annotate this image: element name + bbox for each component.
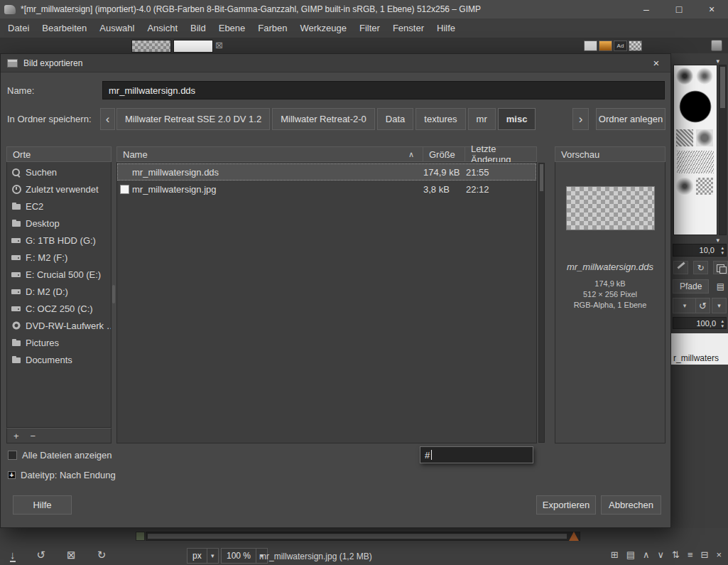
duplicate-brush-icon[interactable] — [713, 261, 728, 274]
filename-input[interactable] — [102, 81, 665, 99]
delete-item-icon[interactable]: × — [716, 549, 722, 560]
spin-up-icon[interactable]: ▴ — [721, 318, 724, 323]
place-item-ec2[interactable]: EC2 — [7, 198, 111, 215]
brush-spacing-spinner[interactable]: 10,0 ▴ ▾ — [673, 244, 727, 257]
menu-ebene[interactable]: Ebene — [212, 19, 252, 37]
brush-thumbnail[interactable] — [696, 129, 713, 146]
quick-mask-toggle-icon[interactable] — [136, 532, 145, 541]
new-item-icon[interactable]: ⊞ — [611, 549, 619, 560]
menu-bild[interactable]: Bild — [184, 19, 212, 37]
place-item-recent[interactable]: Zuletzt verwendet — [7, 181, 111, 198]
place-item-drive-e[interactable]: E: Crucial 500 (E:) — [7, 266, 111, 283]
brush-thumbnail[interactable] — [696, 178, 713, 195]
dialog-close-button[interactable]: × — [648, 57, 664, 69]
breadcrumb-back-button[interactable]: ‹ — [100, 108, 115, 130]
brush-thumbnail[interactable] — [696, 68, 713, 85]
dock-menu-icon[interactable]: ▾ — [716, 58, 719, 65]
spinner-arrows-icon[interactable]: ▴ ▾ — [721, 245, 724, 255]
gradient-swatch[interactable] — [173, 40, 213, 53]
panel-splitter-handle[interactable] — [112, 285, 115, 303]
brush-thumbnail[interactable] — [676, 178, 693, 195]
menu-auswahl[interactable]: Auswahl — [93, 19, 141, 37]
spin-up-icon[interactable]: ▴ — [721, 245, 724, 250]
font-indicator-chip[interactable]: Ad — [614, 41, 627, 51]
breadcrumb-item-current[interactable]: misc — [498, 108, 536, 130]
menu-farben[interactable]: Farben — [251, 19, 293, 37]
brush-thumbnail[interactable] — [677, 88, 714, 125]
menu-ansicht[interactable]: Ansicht — [141, 19, 184, 37]
brush-thumbnail[interactable] — [676, 68, 693, 85]
add-bookmark-button[interactable]: + — [13, 431, 19, 441]
menu-bearbeiten[interactable]: Bearbeiten — [36, 19, 93, 37]
spin-down-icon[interactable]: ▾ — [721, 323, 724, 328]
file-row-selected[interactable]: mr_millwatersign.dds 174,9 kB 21:55 — [117, 163, 536, 181]
breadcrumb-item[interactable]: Millwater Retreat-2-0 — [272, 108, 375, 130]
breadcrumb-item[interactable]: mr — [468, 108, 496, 130]
pattern-swatch[interactable] — [131, 40, 171, 53]
column-header-name[interactable]: Name ∧ — [117, 147, 423, 161]
create-folder-button[interactable]: Ordner anlegen — [596, 108, 665, 130]
reset-icon[interactable]: ↺ — [695, 298, 710, 313]
remove-bookmark-button[interactable]: − — [31, 431, 36, 441]
brushes-scrollbar[interactable] — [719, 65, 727, 235]
edit-brush-icon[interactable] — [673, 261, 688, 274]
panel-menu-icon[interactable]: ▾ — [716, 237, 719, 244]
menu-werkzeuge[interactable]: Werkzeuge — [294, 19, 354, 37]
help-button[interactable]: Hilfe — [13, 495, 72, 515]
reorder-icon[interactable]: ⇅ — [672, 549, 680, 560]
file-list-scrollbar[interactable] — [538, 163, 545, 443]
spin-down-icon[interactable]: ▾ — [721, 250, 724, 255]
scrollbar-thumb[interactable] — [148, 534, 567, 539]
redo-icon[interactable]: ↻ — [97, 549, 107, 561]
layer-row[interactable]: r_millwaters — [671, 333, 728, 365]
horizontal-scrollbar[interactable] — [146, 532, 580, 541]
scrollbar-thumb[interactable] — [720, 67, 725, 108]
column-header-modified[interactable]: Letzte Änderung — [465, 147, 536, 161]
column-header-size[interactable]: Größe — [423, 147, 465, 161]
opacity-slider[interactable]: 100,0 ▴ ▾ — [673, 317, 727, 329]
refresh-brushes-icon[interactable]: ↻ — [693, 261, 708, 274]
save-icon[interactable]: ↓ — [10, 549, 16, 561]
place-item-dvd[interactable]: DVD-RW-Laufwerk … — [7, 317, 111, 334]
spinner-arrows-icon[interactable]: ▴ ▾ — [721, 318, 724, 328]
undo-icon[interactable]: ↺ — [37, 549, 46, 561]
brush-indicator-chip[interactable] — [584, 41, 597, 51]
layer-mode-dropdown[interactable]: ▾ — [673, 298, 697, 313]
export-button[interactable]: Exportieren — [536, 495, 596, 515]
typeahead-search-input[interactable]: # — [420, 446, 533, 463]
cancel-button[interactable]: Abbrechen — [601, 495, 661, 515]
tab-pfade[interactable]: Pfade — [673, 279, 709, 294]
anchor-icon[interactable]: ⊟ — [701, 549, 709, 560]
breadcrumb-item[interactable]: Millwater Retreat SSE 2.0 DV 1.2 — [116, 108, 270, 130]
place-item-drive-f[interactable]: F.: M2 (F:) — [7, 249, 111, 266]
file-row[interactable]: mr_millwatersign.jpg 3,8 kB 22:12 — [117, 181, 536, 198]
breadcrumb-item[interactable]: textures — [415, 108, 465, 130]
menu-icon[interactable]: ≡ — [688, 549, 693, 560]
place-item-drive-c[interactable]: C: OCZ 250 (C:) — [7, 300, 111, 317]
place-item-desktop[interactable]: Desktop — [7, 215, 111, 232]
chevron-down-icon[interactable]: ▾ — [207, 549, 218, 563]
menu-hilfe[interactable]: Hilfe — [430, 19, 462, 37]
place-item-pictures[interactable]: Pictures — [7, 334, 111, 351]
maximize-button[interactable]: □ — [663, 0, 695, 18]
unit-combo[interactable]: px ▾ — [187, 548, 219, 564]
navigation-icon[interactable] — [569, 532, 579, 541]
place-item-drive-g[interactable]: G: 1TB HDD (G:) — [7, 232, 111, 249]
brush-thumbnail[interactable] — [677, 151, 714, 173]
minimize-button[interactable]: – — [630, 0, 663, 18]
lower-icon[interactable]: ∨ — [657, 549, 664, 560]
tab-list-icon[interactable]: ▤ — [717, 281, 724, 291]
brush-thumbnail[interactable] — [676, 129, 693, 146]
file-type-expander[interactable]: + Dateityp: Nach Endung — [8, 470, 116, 480]
menu-filter[interactable]: Filter — [353, 19, 386, 37]
scrollbar-thumb[interactable] — [540, 164, 543, 191]
menu-fenster[interactable]: Fenster — [386, 19, 430, 37]
pattern-indicator-chip[interactable] — [629, 41, 642, 51]
place-item-suchen[interactable]: Suchen — [7, 163, 111, 181]
place-item-drive-d[interactable]: D: M2 (D:) — [7, 283, 111, 300]
breadcrumb-item[interactable]: Data — [377, 108, 413, 130]
menu-datei[interactable]: Datei — [1, 19, 36, 37]
breadcrumb-forward-button[interactable]: › — [572, 108, 589, 130]
gradient-indicator-chip[interactable] — [599, 41, 612, 51]
close-button[interactable]: × — [695, 0, 728, 18]
